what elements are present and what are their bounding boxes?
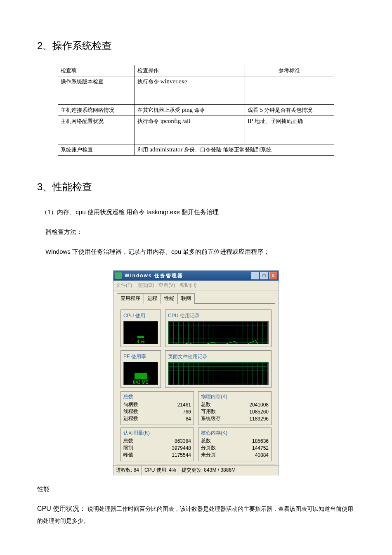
table-cell: 系统账户检查 [58,144,135,156]
stat-value: 1189296 [235,415,269,422]
stat-value: 2041008 [235,401,269,408]
totals-title: 总数 [123,393,191,400]
menu-view[interactable]: 查看(V) [158,282,175,288]
th-item: 检查项 [58,65,135,76]
commit-title: 认可用量(K) [123,430,191,437]
menubar: 文件(F) 选项(O) 查看(V) 帮助(H) [113,281,279,290]
cpu-description: CPU 使用状况： 说明处理器工作时间百分比的图表，该计数器是处理器活动的主要指… [37,503,355,527]
text: 地址、子网掩码正确 [253,118,303,124]
cmd-text: ipconfig /all [160,118,190,124]
pf-usage-label: PF 使用率 [123,353,158,360]
pf-history-label: 页面文件使用记录 [168,353,269,360]
performance-panel: CPU 使用 4 % CPU 使用记录 [117,306,275,465]
tab-processes[interactable]: 进程 [144,293,161,304]
cmd-text: administrator [149,146,182,153]
stat-label: 限制 [123,444,146,451]
menu-file[interactable]: 文件(F) [116,282,132,288]
text: IP [248,118,253,124]
cmd-text: winver.exe [160,78,187,85]
stat-value: 3979448 [146,444,191,451]
menu-help[interactable]: 帮助(H) [180,282,197,288]
th-op: 检查操作 [135,65,245,76]
stat-label: 未分页 [201,451,233,458]
statusbar: 进程数: 84 CPU 使用: 4% 提交更改: 843M / 3886M [113,465,279,475]
text: 利用 [137,146,150,153]
table-cell: 观看 5 分钟是否有丢包情况 [245,105,334,116]
stat-label: 进程数 [123,415,158,422]
physical-memory-box: 物理内存(K) 总数2041008 可用数1085260 系统缓存1189296 [198,391,272,425]
stat-value: 144752 [233,444,269,451]
status-processes: 进程数: 84 [113,465,142,475]
text: 在其它机器上承受 [137,107,182,113]
cpu-usage-box: CPU 使用 4 % [120,309,161,347]
pf-history-chart [168,362,269,385]
text: 身份、口令登陆 能够正常登陆到系统 [182,146,271,153]
totals-box: 总数 句柄数21461 线程数766 进程数84 [120,391,194,425]
cpu-usage-meter: 4 % [123,321,158,344]
pf-history-box: 页面文件使用记录 [165,350,272,388]
performance-label: 性能 [37,483,355,495]
stat-value: 40884 [233,451,269,458]
section-2-title: 2、操作系统检查 [37,39,355,52]
cpu-usage-label: CPU 使用 [123,312,158,319]
stat-label: 分页数 [201,444,233,451]
stat-value: 766 [158,408,191,415]
stat-value: 84 [158,415,191,422]
stat-label: 总数 [201,437,233,444]
stat-value: 185636 [233,437,269,444]
table-cell: IP 地址、子网掩码正确 [245,116,334,144]
status-commit: 提交更改: 843M / 3886M [179,465,279,475]
commit-charge-box: 认可用量(K) 总数863384 限制3979448 峰值1175544 [120,427,194,461]
tab-networking[interactable]: 联网 [177,293,195,304]
document-page: 2、操作系统检查 检查项 检查操作 参考标准 操作系统版本检查 执行命令 win… [0,0,392,551]
table-cell: 执行命令 winver.exe [135,76,245,105]
cpu-history-box: CPU 使用记录 [165,309,272,347]
maximize-button[interactable]: □ [260,272,268,279]
cpu-history-chart [168,321,269,344]
stat-value: 1175544 [146,451,191,458]
table-cell: 执行命令 ipconfig /all [135,116,245,144]
tab-strip: 应用程序 进程 性能 联网 [117,293,275,304]
text: 分钟是否有丢包情况 [263,107,313,113]
physmem-title: 物理内存(K) [201,393,269,400]
minimize-button[interactable]: _ [251,272,259,279]
text: 命令 [193,107,205,113]
stat-label: 系统缓存 [201,415,235,422]
text: 观看 [248,107,260,113]
table-cell: 利用 administrator 身份、口令登陆 能够正常登陆到系统 [135,144,334,156]
table-cell: 在其它机器上承受 ping 命令 [135,105,245,116]
close-button[interactable]: × [269,272,277,279]
paragraph: Windows 下使用任务治理器，记录占用内存、cpu 最多的前五位进程或应用程… [37,246,355,258]
tab-performance[interactable]: 性能 [161,293,178,304]
cmd-text: ping [182,106,193,113]
stat-label: 峰值 [123,451,146,458]
app-icon [115,272,122,279]
window-title: Windows 任务管理器 [125,272,251,279]
stat-label: 句柄数 [123,401,158,408]
text: CPU 使用状况： [37,505,86,512]
text: 5 [260,106,263,113]
pf-usage-meter: 843 MB [123,362,158,385]
th-std: 参考标准 [245,65,334,76]
table-cell [245,76,334,105]
text: 执行命令 [137,78,161,85]
stat-label: 总数 [201,401,235,408]
kernel-title: 核心内存(K) [201,430,269,437]
os-check-table: 检查项 检查操作 参考标准 操作系统版本检查 执行命令 winver.exe 主… [58,65,334,156]
pf-usage-box: PF 使用率 843 MB [120,350,161,388]
titlebar: Windows 任务管理器 _ □ × [113,271,279,281]
tab-applications[interactable]: 应用程序 [117,293,144,304]
cpu-usage-value: 4 % [126,338,155,344]
kernel-memory-box: 核心内存(K) 总数185636 分页数144752 未分页40884 [198,427,272,461]
table-cell: 主机连接系统网络情况 [58,105,135,116]
cpu-history-label: CPU 使用记录 [168,312,269,319]
stat-value: 863384 [146,437,191,444]
stat-value: 1085260 [235,408,269,415]
stat-label: 总数 [123,437,146,444]
status-cpu: CPU 使用: 4% [142,465,179,475]
stat-value: 21461 [158,401,191,408]
task-manager-window: Windows 任务管理器 _ □ × 文件(F) 选项(O) 查看(V) 帮助… [113,270,279,475]
menu-options[interactable]: 选项(O) [137,282,154,288]
section-3-title: 3、性能检查 [37,180,355,194]
table-cell: 主机网络配置状况 [58,116,135,144]
